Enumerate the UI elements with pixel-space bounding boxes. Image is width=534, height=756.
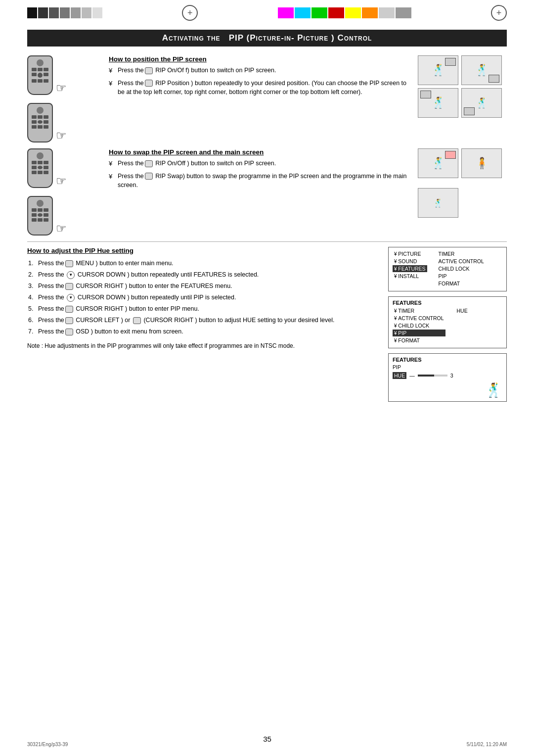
remote-buttons-mid bbox=[30, 73, 50, 78]
osd2-col2: HUE bbox=[455, 307, 469, 344]
color-bar-grey2 bbox=[396, 7, 411, 18]
pip-small-bl bbox=[420, 91, 431, 98]
osd1-sound: SOUND bbox=[393, 258, 427, 265]
section1-text: How to position the PIP screen ¥ Press t… bbox=[109, 55, 413, 142]
step-7: 7. Press the OSD ) button to exit menu f… bbox=[28, 327, 378, 336]
osd3-fill bbox=[418, 375, 434, 377]
pip-small-tl bbox=[445, 58, 456, 66]
pip-row-2: 🕺 🕺 bbox=[418, 88, 507, 118]
rb7 bbox=[32, 79, 37, 83]
section-swap: ☞ bbox=[27, 148, 507, 236]
r2b8 bbox=[38, 125, 43, 129]
pip-thumb-br: 🕺 bbox=[461, 88, 502, 118]
osd1-col1: PICTURE SOUND FEATURES INSTALL bbox=[393, 250, 427, 287]
color-bar-cyan bbox=[295, 7, 311, 18]
pip-screenshots-1: 🕺 🕺 🕺 🕺 bbox=[418, 55, 507, 142]
figure-bl: 🕺 bbox=[432, 96, 445, 109]
remote-4-wrapper: ☞ bbox=[27, 196, 104, 236]
osd2-hue: HUE bbox=[455, 307, 469, 314]
osd2-title: FEATURES bbox=[393, 300, 502, 306]
section2-text: How to swap the PIP screen and the main … bbox=[109, 148, 413, 236]
section3-heading: How to adjust the PIP Hue setting bbox=[27, 247, 378, 254]
osd3-value: 3 bbox=[450, 373, 453, 378]
step-2: 2. Press the ▼ CURSOR DOWN ) button repe… bbox=[28, 270, 378, 280]
crosshair-left bbox=[182, 5, 198, 21]
section1-bullet2: ¥ Press the RIP Position ) button repeat… bbox=[109, 79, 413, 97]
cursor-right-icon-2 bbox=[65, 306, 73, 313]
osd3-track bbox=[418, 375, 447, 377]
remote4-led bbox=[37, 200, 44, 207]
figure-tr: 🕺 bbox=[475, 64, 489, 77]
osd1-picture: PICTURE bbox=[393, 250, 427, 257]
osd-box-1: PICTURE SOUND FEATURES INSTALL TIMER ACT… bbox=[388, 247, 507, 291]
rb9 bbox=[44, 79, 48, 83]
osd2-format: FORMAT bbox=[393, 337, 445, 344]
bar-3 bbox=[49, 7, 59, 18]
r3b5 bbox=[38, 166, 43, 169]
devices-col-2: ☞ bbox=[27, 148, 104, 236]
color-bars-right bbox=[278, 7, 411, 18]
osd-box-3: FEATURES PIP HUE — 3 bbox=[388, 353, 507, 402]
cursor-right-icon-1 bbox=[65, 283, 73, 290]
remote3-bot bbox=[30, 171, 50, 174]
figure-swap3: 🕺 bbox=[433, 198, 443, 208]
osd2-active: ACTIVE CONTROL bbox=[393, 315, 445, 322]
remote3-led bbox=[37, 152, 44, 159]
section2-bullet1: ¥ Press the RIP On/Off ) button to switc… bbox=[109, 159, 413, 169]
cursor-right-icon-3 bbox=[133, 317, 141, 324]
section2-bullet2: ¥ Press the RIP Swap) button to swap the… bbox=[109, 172, 413, 190]
osd1-col2: TIMER ACTIVE CONTROL CHILD LOCK PIP FORM… bbox=[437, 250, 486, 287]
cursor-down-icon-2: ▼ bbox=[67, 294, 75, 302]
osd1-child: CHILD LOCK bbox=[437, 265, 486, 272]
osd3-figure: 🕺 bbox=[485, 382, 502, 398]
remote-3-wrapper: ☞ bbox=[27, 148, 104, 188]
r4b1 bbox=[32, 208, 37, 212]
r4b9 bbox=[44, 218, 48, 222]
rb5 bbox=[38, 73, 43, 78]
bar-7 bbox=[92, 7, 102, 18]
osd3-slider-bar bbox=[418, 375, 447, 377]
osd-icon bbox=[65, 329, 73, 335]
note-text: Note : Hue adjustments in the PIP progra… bbox=[27, 341, 378, 351]
osd2-pip: PIP bbox=[393, 330, 445, 336]
bar-4 bbox=[60, 7, 70, 18]
rb2 bbox=[38, 68, 43, 71]
pip-onoff-icon bbox=[145, 67, 153, 74]
pip-small-tr bbox=[489, 75, 499, 83]
r3b6 bbox=[44, 166, 48, 169]
rb3 bbox=[44, 68, 48, 71]
color-bar-magenta bbox=[278, 7, 294, 18]
remote4-top bbox=[30, 208, 50, 212]
rb1 bbox=[32, 68, 37, 71]
menu-icon-1 bbox=[65, 260, 73, 267]
page: Activating the PIP (Picture-in- Picture … bbox=[0, 0, 534, 756]
rb6 bbox=[44, 73, 48, 76]
r2b5 bbox=[38, 120, 43, 124]
swap-row-2: 🕺 bbox=[418, 188, 507, 218]
pip-small-br bbox=[464, 107, 475, 115]
bar-5 bbox=[71, 7, 81, 18]
r3b8 bbox=[38, 171, 43, 174]
remote-buttons-top bbox=[30, 68, 50, 71]
devices-col-1: ☞ bbox=[27, 55, 104, 142]
page-footer: 30321/Eng/p33-39 35 5/11/02, 11:20 AM bbox=[0, 728, 534, 756]
pip-thumb-tl: 🕺 bbox=[418, 55, 458, 85]
pip-position-icon bbox=[145, 80, 153, 87]
crosshair-right bbox=[491, 5, 507, 21]
bar-6 bbox=[82, 7, 91, 18]
remote2-led bbox=[37, 107, 44, 114]
r2b2 bbox=[38, 115, 43, 119]
remote2-buttons-top bbox=[30, 115, 50, 119]
rb4 bbox=[32, 73, 37, 76]
r3b4 bbox=[32, 166, 37, 169]
r2b7 bbox=[32, 125, 37, 129]
color-bar-orange bbox=[362, 7, 378, 18]
remote3-mid bbox=[30, 166, 50, 169]
remote2-buttons-bot bbox=[30, 125, 50, 129]
r4b8 bbox=[38, 218, 43, 222]
r2b9 bbox=[44, 125, 48, 129]
r3b1 bbox=[32, 161, 37, 164]
steps-list: 1. Press the MENU ) button to enter main… bbox=[27, 258, 378, 336]
osd1-features: FEATURES bbox=[393, 265, 427, 272]
pip-swap-icon bbox=[145, 173, 153, 180]
